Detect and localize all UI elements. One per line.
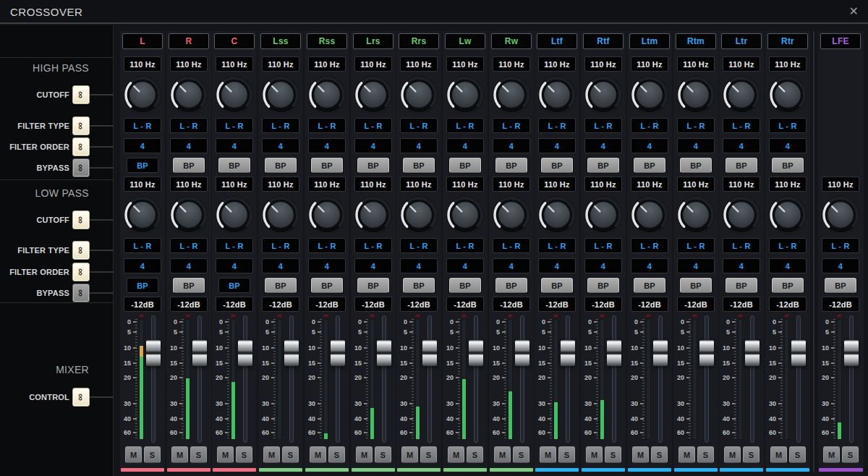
solo-button[interactable]: S <box>743 446 760 463</box>
hp-cutoff-knob[interactable] <box>354 75 393 114</box>
solo-button[interactable]: S <box>190 446 207 463</box>
lp-cutoff-value[interactable]: 110 Hz <box>308 177 346 192</box>
mute-button[interactable]: M <box>678 446 695 463</box>
mute-button[interactable]: M <box>125 446 142 463</box>
lp-bypass-button[interactable]: BP <box>495 278 527 293</box>
solo-button[interactable]: S <box>789 446 806 463</box>
lp-cutoff-value[interactable]: 110 Hz <box>216 177 253 192</box>
lp-cutoff-knob[interactable] <box>768 195 807 234</box>
lp-filter-type[interactable]: L - R <box>262 238 299 253</box>
lp-filter-order[interactable]: 4 <box>584 258 622 273</box>
hp-cutoff-value[interactable]: 110 Hz <box>538 56 576 72</box>
hp-cutoff-knob[interactable] <box>261 75 300 114</box>
gain-value[interactable]: -12dB <box>493 297 530 312</box>
mute-button[interactable]: M <box>263 446 280 463</box>
lp-bypass-button[interactable]: BP <box>680 278 712 293</box>
lp-filter-order[interactable]: 4 <box>216 258 253 273</box>
lp-filter-order[interactable]: 4 <box>262 258 299 273</box>
lp-bypass-button[interactable]: BP <box>634 278 665 293</box>
hp-bypass-button[interactable]: BP <box>772 158 804 173</box>
gain-value[interactable]: -12dB <box>308 297 346 312</box>
link-toggle-high-pass-filter-type[interactable]: ∞ <box>72 116 90 135</box>
lp-cutoff-value[interactable]: 110 Hz <box>822 177 859 192</box>
hp-bypass-button[interactable]: BP <box>495 158 527 173</box>
link-toggle-high-pass-cutoff[interactable]: ∞ <box>72 85 90 104</box>
lp-filter-type[interactable]: L - R <box>493 238 530 253</box>
lp-bypass-button[interactable]: BP <box>825 278 856 293</box>
lp-cutoff-value[interactable]: 110 Hz <box>262 177 299 192</box>
fader-track[interactable] <box>336 315 340 443</box>
solo-button[interactable]: S <box>420 446 437 463</box>
hp-cutoff-value[interactable]: 110 Hz <box>446 56 484 72</box>
hp-filter-order[interactable]: 4 <box>538 138 576 153</box>
hp-cutoff-value[interactable]: 110 Hz <box>769 56 807 72</box>
hp-filter-order[interactable]: 4 <box>493 138 530 153</box>
hp-cutoff-knob[interactable] <box>446 75 485 114</box>
solo-button[interactable]: S <box>467 446 483 463</box>
hp-filter-order[interactable]: 4 <box>262 138 299 153</box>
lp-filter-type[interactable]: L - R <box>170 238 208 253</box>
mute-button[interactable]: M <box>724 446 741 463</box>
lp-filter-type[interactable]: L - R <box>677 238 715 253</box>
solo-button[interactable]: S <box>697 446 714 463</box>
lp-cutoff-value[interactable]: 110 Hz <box>677 177 715 192</box>
lp-filter-order[interactable]: 4 <box>677 258 715 273</box>
hp-filter-type[interactable]: L - R <box>584 118 622 133</box>
hp-filter-type[interactable]: L - R <box>262 118 299 133</box>
hp-filter-type[interactable]: L - R <box>124 118 161 133</box>
lp-filter-type[interactable]: L - R <box>538 238 576 253</box>
lp-filter-order[interactable]: 4 <box>631 258 668 273</box>
hp-filter-type[interactable]: L - R <box>538 118 576 133</box>
hp-cutoff-value[interactable]: 110 Hz <box>354 56 392 72</box>
lp-bypass-button[interactable]: BP <box>357 278 389 293</box>
fader-handle[interactable] <box>745 340 760 366</box>
hp-cutoff-knob[interactable] <box>537 75 576 114</box>
lp-cutoff-knob[interactable] <box>630 195 669 234</box>
hp-cutoff-value[interactable]: 110 Hz <box>723 56 760 72</box>
lp-cutoff-knob[interactable] <box>215 195 254 234</box>
mute-button[interactable]: M <box>356 446 373 463</box>
gain-value[interactable]: -12dB <box>262 297 299 312</box>
hp-filter-order[interactable]: 4 <box>769 138 807 153</box>
hp-cutoff-value[interactable]: 110 Hz <box>631 56 668 72</box>
hp-bypass-button[interactable]: BP <box>680 158 712 173</box>
solo-button[interactable]: S <box>513 446 529 463</box>
hp-bypass-button[interactable]: BP <box>218 158 250 173</box>
lp-cutoff-value[interactable]: 110 Hz <box>170 177 208 192</box>
lp-cutoff-knob[interactable] <box>307 195 346 234</box>
hp-cutoff-knob[interactable] <box>307 75 346 114</box>
mute-button[interactable]: M <box>448 446 464 463</box>
link-toggle-low-pass-filter-type[interactable]: ∞ <box>72 241 90 260</box>
hp-filter-order[interactable]: 4 <box>723 138 760 153</box>
hp-cutoff-knob[interactable] <box>584 75 623 114</box>
hp-filter-order[interactable]: 4 <box>124 138 161 153</box>
hp-filter-order[interactable]: 4 <box>170 138 208 153</box>
hp-cutoff-value[interactable]: 110 Hz <box>493 56 530 72</box>
fader-track[interactable] <box>151 315 156 443</box>
lp-cutoff-value[interactable]: 110 Hz <box>584 177 622 192</box>
link-toggle-low-pass-cutoff[interactable]: ∞ <box>72 211 90 229</box>
lp-cutoff-value[interactable]: 110 Hz <box>631 177 668 192</box>
gain-value[interactable]: -12dB <box>446 297 484 312</box>
mute-button[interactable]: M <box>823 446 840 463</box>
hp-filter-type[interactable]: L - R <box>400 118 438 133</box>
mute-button[interactable]: M <box>494 446 511 463</box>
solo-button[interactable]: S <box>651 446 668 463</box>
lp-bypass-button[interactable]: BP <box>726 278 757 293</box>
solo-button[interactable]: S <box>144 446 161 463</box>
lp-bypass-button[interactable]: BP <box>772 278 804 293</box>
mute-button[interactable]: M <box>770 446 787 463</box>
lp-cutoff-value[interactable]: 110 Hz <box>124 177 161 192</box>
fader-track[interactable] <box>750 315 754 443</box>
hp-filter-order[interactable]: 4 <box>354 138 392 153</box>
gain-value[interactable]: -12dB <box>769 297 807 312</box>
lp-filter-type[interactable]: L - R <box>584 238 622 253</box>
fader-handle[interactable] <box>469 340 483 366</box>
mute-button[interactable]: M <box>632 446 649 463</box>
hp-filter-type[interactable]: L - R <box>354 118 392 133</box>
solo-button[interactable]: S <box>605 446 621 463</box>
hp-bypass-button[interactable]: BP <box>311 158 343 173</box>
gain-value[interactable]: -12dB <box>723 297 760 312</box>
mute-button[interactable]: M <box>217 446 234 463</box>
lp-cutoff-knob[interactable] <box>584 195 623 234</box>
